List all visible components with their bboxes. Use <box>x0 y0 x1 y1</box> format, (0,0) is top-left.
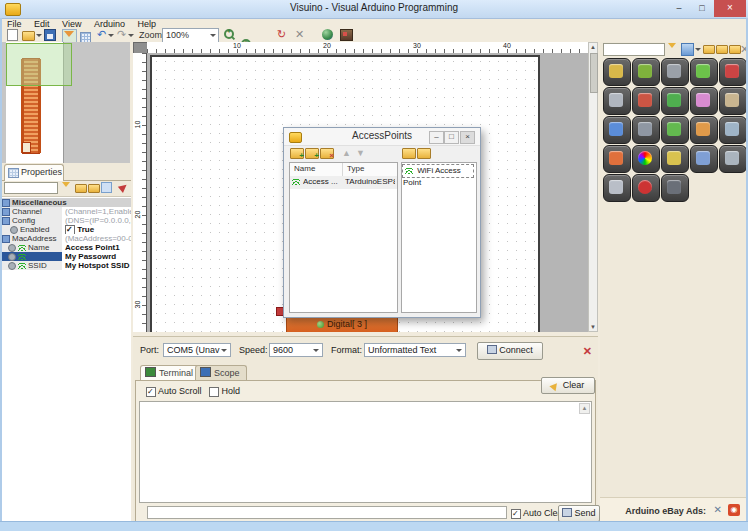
column-type[interactable]: Type <box>347 163 364 175</box>
minimap-viewport[interactable] <box>6 43 72 86</box>
accesspoint-row[interactable]: Access ... TArduinoESP8266WiF... <box>290 176 397 189</box>
palette-icon-cup[interactable] <box>719 87 747 115</box>
refresh-button[interactable]: ↻ <box>277 29 289 40</box>
properties-list-view-icon[interactable] <box>101 182 112 193</box>
properties-search-input[interactable] <box>4 182 58 194</box>
palette-icon-valve[interactable] <box>719 145 747 173</box>
palette-icon-computer[interactable] <box>719 116 747 144</box>
zoom-combobox[interactable]: 100% <box>162 28 219 43</box>
ruler-number: 10 <box>134 121 141 129</box>
properties-pin-icon[interactable] <box>119 182 130 193</box>
properties-folder-icon[interactable] <box>75 182 86 193</box>
palette-folder-edit-icon[interactable] <box>703 43 715 55</box>
property-row-ssid[interactable]: SSID My Hotspot SSID <box>0 261 131 270</box>
ads-close-icon[interactable]: ◉ <box>728 504 740 516</box>
palette-icon-tool[interactable] <box>603 58 631 86</box>
palette-wizard-icon[interactable] <box>681 43 693 55</box>
move-down-button[interactable]: ▼ <box>356 148 365 158</box>
column-separator[interactable] <box>342 163 343 176</box>
scroll-down-icon[interactable]: ▼ <box>589 324 597 330</box>
dialog-maximize-button[interactable]: □ <box>444 131 459 144</box>
column-name[interactable]: Name <box>294 163 315 175</box>
open-project-button[interactable] <box>22 31 35 41</box>
upload-button[interactable] <box>340 29 353 41</box>
terminal-scroll-icon[interactable]: ▲ <box>579 403 590 414</box>
palette-icon-dice[interactable] <box>690 87 718 115</box>
properties-folder2-icon[interactable] <box>88 182 99 193</box>
palette-icon-keyboard[interactable] <box>661 58 689 86</box>
palette-icon-mouse[interactable] <box>603 87 631 115</box>
property-row-password[interactable]: Password My Passowrd <box>0 252 131 261</box>
property-row-macaddress[interactable]: MacAddress (MacAddress=00-0... <box>0 234 131 243</box>
palette-icon-waveform[interactable] <box>603 116 631 144</box>
delete-item-button[interactable]: × <box>320 148 334 159</box>
properties-filter-icon[interactable] <box>62 182 73 193</box>
property-row-config[interactable]: Config (DNS=(IP=0.0.0.0,E... <box>0 216 131 225</box>
property-row-name[interactable]: Name Access Point1 <box>0 243 131 252</box>
wizard-dropdown-icon[interactable] <box>695 48 701 54</box>
wifi-access-point-item[interactable]: WiFi Access Point <box>403 165 473 177</box>
property-row-miscellaneous[interactable]: Miscellaneous <box>0 198 131 207</box>
palette-icon-color-wheel[interactable] <box>632 145 660 173</box>
format-combobox[interactable]: Unformatted Text <box>364 343 466 357</box>
palette-filter-icon[interactable] <box>668 43 680 55</box>
palette-icon-audio[interactable] <box>690 145 718 173</box>
palette-icon-document[interactable] <box>603 174 631 202</box>
maximize-button[interactable]: □ <box>691 0 713 17</box>
terminal-output[interactable]: ▲ <box>139 401 592 503</box>
insert-item-button[interactable]: + <box>305 148 319 159</box>
zoom-in-button[interactable]: + <box>224 29 234 39</box>
move-up-button[interactable]: ▲ <box>342 148 351 158</box>
palette-icon-robot-green[interactable] <box>690 58 718 86</box>
accesspoint-type-palette[interactable]: WiFi Access Point <box>401 162 477 313</box>
open-dropdown-icon[interactable] <box>36 34 42 40</box>
hold-checkbox[interactable]: Hold <box>209 386 240 397</box>
disconnect-icon[interactable]: ✕ <box>583 345 592 358</box>
close-button[interactable]: × <box>714 0 746 17</box>
palette-icon-power[interactable] <box>632 174 660 202</box>
undo-dropdown-icon[interactable] <box>108 34 114 40</box>
palette-icon-flame[interactable] <box>603 145 631 173</box>
minimize-button[interactable]: – <box>668 0 690 17</box>
new-project-button[interactable] <box>7 29 18 41</box>
dialog-minimize-button[interactable]: – <box>429 131 444 144</box>
tab-properties[interactable]: Properties <box>4 164 64 181</box>
category-folder-open-icon[interactable] <box>417 148 431 159</box>
scrollbar-thumb[interactable] <box>590 53 598 93</box>
palette-icon-keyboard-dark[interactable] <box>661 174 689 202</box>
ads-settings-icon[interactable]: ✕ <box>714 504 722 515</box>
palette-icon-text-abc[interactable] <box>632 87 660 115</box>
palette-icon-hand[interactable] <box>690 116 718 144</box>
redo-dropdown-icon[interactable] <box>128 34 134 40</box>
palette-icon-board-green[interactable] <box>632 58 660 86</box>
web-help-button[interactable] <box>322 29 333 40</box>
palette-icon-factory[interactable] <box>632 116 660 144</box>
dialog-close-button[interactable]: × <box>460 131 475 144</box>
send-button[interactable]: Send <box>558 505 600 522</box>
palette-icon-math-123[interactable] <box>661 87 689 115</box>
canvas-vertical-scrollbar[interactable]: ▲ ▼ <box>588 42 598 332</box>
property-row-channel[interactable]: Channel (Channel=1,Enable... <box>0 207 131 216</box>
auto-scroll-checkbox[interactable]: Auto Scroll <box>146 386 202 397</box>
palette-icon-numbers-123[interactable] <box>719 58 747 86</box>
palette-folder-open-icon[interactable] <box>716 43 728 55</box>
property-row-enabled[interactable]: Enabled True <box>0 225 131 234</box>
delete-button[interactable]: ✕ <box>295 29 307 40</box>
accesspoints-list[interactable]: Name Type Access ... TArduinoESP8266WiF.… <box>289 162 398 313</box>
send-input[interactable] <box>147 506 507 519</box>
connect-button[interactable]: Connect <box>477 342 543 360</box>
dialog-title-bar[interactable]: AccessPoints – □ × <box>284 128 480 146</box>
clear-button[interactable]: Clear <box>541 377 595 394</box>
palette-icon-arrow-green[interactable] <box>661 116 689 144</box>
port-combobox[interactable]: COM5 (Unav <box>163 343 231 357</box>
palette-icon-clock[interactable] <box>661 145 689 173</box>
speed-combobox[interactable]: 9600 <box>269 343 323 357</box>
save-project-button[interactable] <box>44 29 56 41</box>
list-header[interactable]: Name Type <box>290 163 397 177</box>
tab-scope[interactable]: Scope <box>195 365 247 381</box>
minimap[interactable] <box>2 42 130 164</box>
scroll-up-icon[interactable]: ▲ <box>589 44 597 50</box>
palette-search-input[interactable] <box>603 43 665 56</box>
category-folder-icon[interactable] <box>402 148 416 159</box>
add-item-button[interactable]: + <box>290 148 304 159</box>
